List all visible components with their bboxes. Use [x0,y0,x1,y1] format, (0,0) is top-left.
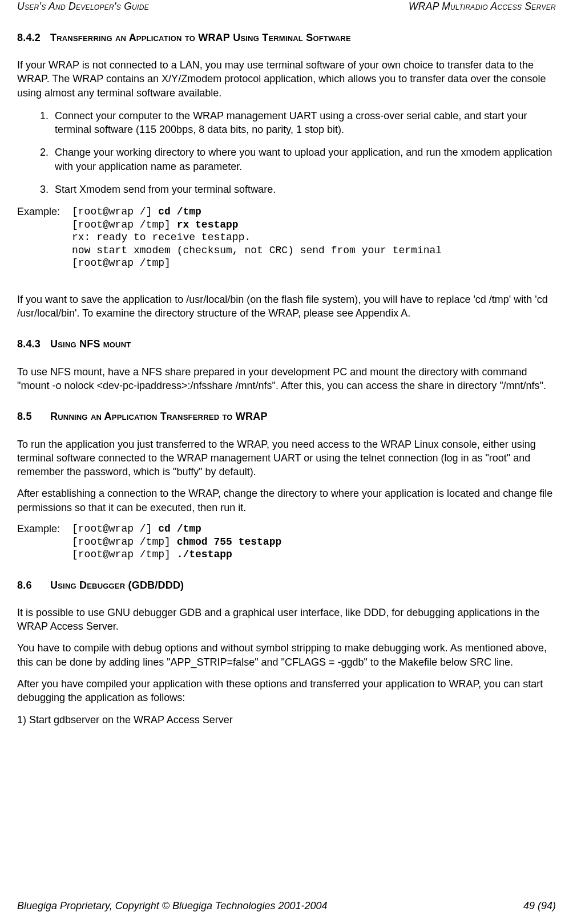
footer-right: 49 (94) [523,899,556,913]
paragraph: If you want to save the application to /… [17,293,556,321]
prompt: [root@wrap /] [72,523,158,534]
heading-8-4-2: 8.4.2Transferring an Application to WRAP… [17,31,556,44]
page-footer: Bluegiga Proprietary, Copyright © Bluegi… [17,899,556,913]
paragraph: After establishing a connection to the W… [17,487,556,514]
step-item: Change your working directory to where y… [51,145,556,173]
heading-text-paren: (GDB/DDD) [128,579,184,591]
footer-left: Bluegiga Proprietary, Copyright © Bluegi… [17,899,328,913]
paragraph: After you have compiled your application… [17,677,556,705]
paragraph: To use NFS mount, have a NFS share prepa… [17,365,556,393]
paragraph: To run the application you just transfer… [17,437,556,479]
heading-text: Using NFS mount [50,338,131,350]
header-right: WRAP Multiradio Access Server [409,0,556,14]
heading-text-pre: Using Debugger [50,579,128,591]
command: cd /tmp [158,206,201,217]
paragraph: You have to compile with debug options a… [17,641,556,669]
output-line: now start xmodem (checksum, not CRC) sen… [72,245,442,256]
page-header: User's And Developer's Guide WRAP Multir… [17,0,556,14]
output-line: rx: ready to receive testapp. [72,232,251,243]
prompt: [root@wrap /] [72,206,158,217]
header-left: User's And Developer's Guide [17,0,149,14]
heading-number: 8.5 [17,410,50,423]
prompt: [root@wrap /tmp] [72,549,177,560]
heading-text-post: Using Terminal Software [230,32,351,43]
step-item: Start Xmodem send from your terminal sof… [51,183,556,196]
heading-text-wrap: WRAP [198,32,230,43]
terminal-output: [root@wrap /] cd /tmp [root@wrap /tmp] c… [72,522,281,561]
example-label: Example: [17,205,72,218]
heading-8-4-3: 8.4.3Using NFS mount [17,337,556,351]
heading-text-pre: Transferring an Application to [50,32,198,43]
paragraph: 1) Start gdbserver on the WRAP Access Se… [17,713,556,727]
command: ./testapp [177,549,232,560]
page: User's And Developer's Guide WRAP Multir… [0,0,573,924]
paragraph: If your WRAP is not connected to a LAN, … [17,58,556,100]
heading-number: 8.6 [17,578,50,592]
command: rx testapp [177,219,239,230]
ordered-steps: Connect your computer to the WRAP manage… [17,109,556,196]
example-block: Example:[root@wrap /] cd /tmp [root@wrap… [17,205,556,270]
terminal-output: [root@wrap /] cd /tmp [root@wrap /tmp] r… [72,205,442,270]
heading-8-6: 8.6Using Debugger (GDB/DDD) [17,578,556,592]
paragraph: It is possible to use GNU debugger GDB a… [17,606,556,634]
example-label: Example: [17,522,72,536]
heading-8-5: 8.5Running an Application Transferred to… [17,410,556,423]
command: chmod 755 testapp [177,536,282,548]
heading-text-wrap: WRAP [236,411,268,422]
command: cd /tmp [158,523,201,534]
example-block: Example:[root@wrap /] cd /tmp [root@wrap… [17,522,556,561]
prompt: [root@wrap /tmp] [72,257,171,269]
prompt: [root@wrap /tmp] [72,536,177,548]
heading-number: 8.4.2 [17,31,50,44]
step-item: Connect your computer to the WRAP manage… [51,109,556,137]
prompt: [root@wrap /tmp] [72,219,177,230]
heading-text-pre: Running an Application Transferred to [50,411,236,422]
heading-number: 8.4.3 [17,337,50,351]
